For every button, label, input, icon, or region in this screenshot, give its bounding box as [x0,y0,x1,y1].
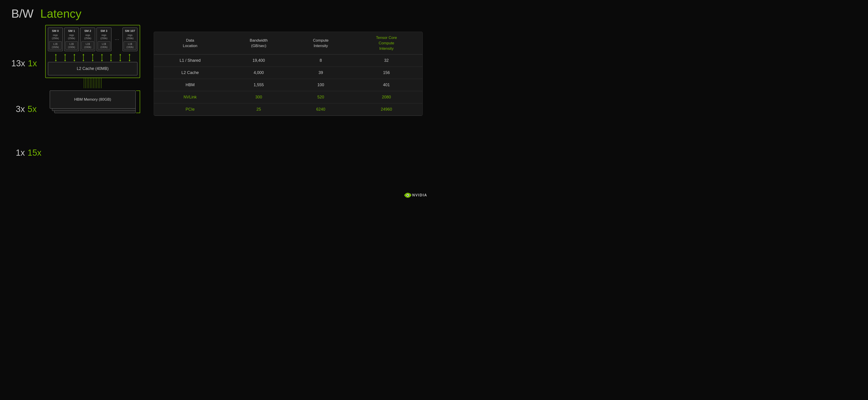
shaft-1 [56,55,56,60]
col-header-compute: ComputeIntensity [291,32,350,55]
arrow-5 [92,54,94,61]
shaft-6 [102,55,102,60]
sm-regs-0: regs(256k) [49,33,62,40]
table-row-nvlink: NVLink 300 520 2080 [154,91,423,104]
table-body: L1 / Shared 19,400 8 32 L2 Cache 4,000 3… [154,55,423,116]
arr-down-5 [92,60,94,61]
col-header-tensor: Tensor CoreComputeIntensity [350,32,423,55]
nvidia-logo: NVIDIA [404,193,427,198]
table-header: DataLocation Bandwidth(GB/sec) ComputeIn… [154,32,423,55]
sm-title-3: SM 3 [98,29,110,33]
sm-l1-1: L1$(192k) [65,41,78,50]
nvidia-eye-icon [404,193,411,198]
arrow-7 [110,54,112,61]
cell-bw-3: 300 [226,91,291,104]
arr-down-4 [83,60,84,61]
arrow-8 [119,54,121,61]
label-row-3: 1x 15x [11,129,41,176]
cell-bw-4: 25 [226,104,291,116]
sm-box-1: SM 1 regs(256k) L1$(192k) [64,28,79,51]
sm-l1-3: L1$(192k) [98,41,110,50]
sm-title-1: SM 1 [65,29,78,33]
table-row-pcie: PCIe 25 6240 24960 [154,104,423,116]
shaft-3 [74,55,74,60]
hbm-label: HBM Memory (80GB) [74,97,111,102]
sm-box-107: SM 107 regs(256k) L1$(192k) [123,28,137,51]
cell-ti-0: 32 [350,55,423,67]
shaft-2 [65,55,65,60]
arr-down-1 [55,60,57,61]
cell-ti-4: 24960 [350,104,423,116]
sm-title-0: SM 0 [49,29,62,33]
col-header-bandwidth: Bandwidth(GB/sec) [226,32,291,55]
table-wrapper: DataLocation Bandwidth(GB/sec) ComputeIn… [154,32,423,116]
sm-regs-3: regs(256k) [98,33,110,40]
cell-ci-0: 8 [291,55,350,67]
l2-hbm-lines [45,78,140,88]
sm-box-2: SM 2 regs(256k) L1$(192k) [80,28,95,51]
sm-title-2: SM 2 [81,29,94,33]
cell-location-0: L1 / Shared [154,55,226,67]
sm-dots: ⋯ [113,28,121,51]
shaft-5 [92,55,93,60]
arrow-1 [55,54,57,61]
sm-regs-2: regs(256k) [81,33,94,40]
label-row-2: 3x 5x [11,89,41,129]
hbm-box-front: HBM Memory (80GB) [50,90,135,109]
lat-val-5x: 5x [28,104,39,114]
latency-label: Latency [40,7,81,20]
table-row: HBM 1,555 100 401 [154,79,423,91]
cell-location-3: NVLink [154,91,226,104]
shaft-4 [83,55,84,60]
cell-ti-3: 2080 [350,91,423,104]
left-side: 13x 1x 3x 5x 1x 15x [11,25,140,176]
sm-l1-0: L1$(192k) [49,41,62,50]
arr-down-3 [73,60,75,61]
hbm-stack-container: HBM Memory (80GB) [45,88,140,118]
header: B/W Latency [11,7,423,20]
bw-val-1x: 1x [11,148,25,158]
cell-ci-3: 520 [291,91,350,104]
sm-l1-2: L1$(192k) [81,41,94,50]
col-header-location: DataLocation [154,32,226,55]
arrow-2 [64,54,66,61]
sm-regs-107: regs(256k) [124,33,136,40]
shaft-7 [111,55,111,60]
bw-latency-labels: 13x 1x 3x 5x 1x 15x [11,25,41,176]
svg-point-1 [407,195,408,196]
arr-down-8 [119,60,121,61]
bw-val-3x: 3x [11,104,25,114]
sm-row: SM 0 regs(256k) L1$(192k) SM 1 regs(256k… [48,28,137,51]
shaft-8 [120,55,121,60]
table-row: L1 / Shared 19,400 8 32 [154,55,423,67]
data-table: DataLocation Bandwidth(GB/sec) ComputeIn… [154,32,423,116]
sm-l1-107: L1$(192k) [124,41,136,50]
cell-bw-2: 1,555 [226,79,291,91]
hbm-bracket [136,90,140,113]
arrow-6 [101,54,103,61]
sm-title-107: SM 107 [124,29,136,33]
header-row: DataLocation Bandwidth(GB/sec) ComputeIn… [154,32,423,55]
cell-location-4: PCIe [154,104,226,116]
label-row-1: 13x 1x [11,37,41,89]
bw-label: B/W [11,7,33,20]
shaft-9 [129,55,130,60]
cell-bw-1: 4,000 [226,67,291,79]
nvidia-text-label: NVIDIA [412,193,427,197]
cell-ti-1: 156 [350,67,423,79]
hbm-stack: HBM Memory (80GB) [50,88,135,118]
page-container: B/W Latency 13x 1x 3x 5x 1x 15x [0,0,434,200]
lat-val-15x: 15x [28,148,41,158]
sm-regs-1: regs(256k) [65,33,78,40]
cell-bw-0: 19,400 [226,55,291,67]
sm-box-3: SM 3 regs(256k) L1$(192k) [96,28,112,51]
main-content: 13x 1x 3x 5x 1x 15x [11,25,423,176]
sm-l2-arrows [48,53,137,62]
arrow-4 [83,54,84,61]
cell-ci-4: 6240 [291,104,350,116]
cell-location-1: L2 Cache [154,67,226,79]
gpu-diagram: SM 0 regs(256k) L1$(192k) SM 1 regs(256k… [45,25,140,118]
sm-cluster: SM 0 regs(256k) L1$(192k) SM 1 regs(256k… [45,25,140,78]
cell-ti-2: 401 [350,79,423,91]
arr-down-9 [129,60,130,61]
